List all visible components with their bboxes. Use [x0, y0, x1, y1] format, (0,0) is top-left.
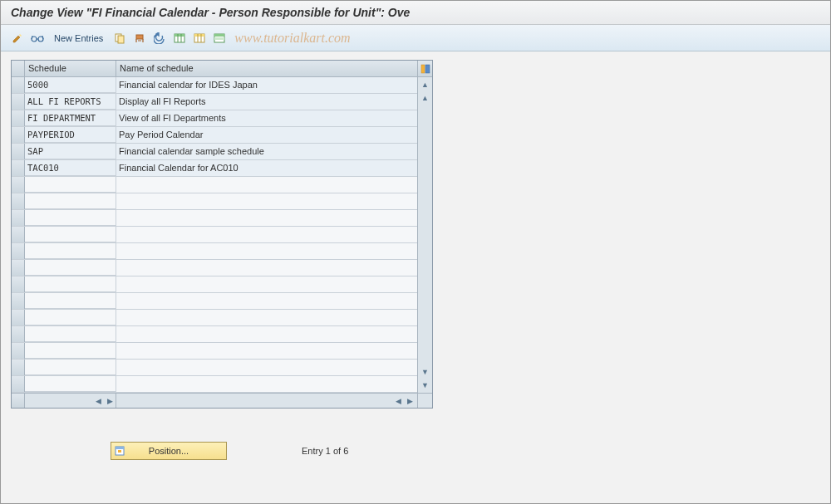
undo-icon[interactable] [151, 30, 168, 46]
table-row[interactable]: SAPFinancial calendar sample schedule [12, 144, 417, 160]
vertical-scrollbar[interactable]: ▲ ▲ ▼ ▼ [417, 77, 432, 393]
cell-name[interactable] [116, 210, 417, 226]
column-header-schedule[interactable]: Schedule [25, 61, 116, 76]
cell-name[interactable] [116, 193, 417, 209]
scroll-left2-icon[interactable]: ▶ [104, 395, 116, 407]
table-row[interactable]: 5000Financial calendar for IDES Japan [12, 77, 417, 94]
table-row[interactable] [12, 310, 417, 326]
scroll-left-icon[interactable]: ◀ [92, 395, 104, 407]
cell-name[interactable]: Financial calendar sample schedule [116, 144, 417, 159]
column-header-name[interactable]: Name of schedule [116, 61, 417, 76]
table-row[interactable] [12, 177, 417, 193]
row-selector[interactable] [12, 227, 25, 242]
cell-name[interactable] [116, 177, 417, 193]
scroll-up2-icon[interactable]: ▲ [420, 92, 431, 104]
cell-schedule[interactable] [25, 260, 116, 276]
table-green-icon[interactable] [171, 30, 188, 46]
cell-schedule[interactable]: SAP [25, 144, 116, 159]
cell-schedule[interactable] [25, 293, 116, 309]
table-row[interactable]: PAYPERIODPay Period Calendar [12, 127, 417, 144]
row-selector[interactable] [12, 376, 25, 392]
row-selector[interactable] [12, 360, 25, 375]
table-row[interactable] [12, 376, 417, 393]
cell-schedule[interactable] [25, 177, 116, 193]
cell-schedule[interactable] [25, 276, 116, 292]
cell-schedule[interactable] [25, 310, 116, 325]
scroll-down2-icon[interactable]: ▼ [420, 379, 431, 391]
row-selector[interactable] [12, 110, 25, 126]
cell-schedule[interactable]: PAYPERIOD [25, 127, 116, 143]
cell-schedule[interactable]: TAC010 [25, 160, 116, 176]
row-selector[interactable] [12, 177, 25, 193]
row-header-corner[interactable] [12, 61, 25, 76]
cell-schedule[interactable] [25, 360, 116, 375]
table-row[interactable] [12, 210, 417, 227]
cell-name[interactable] [116, 343, 417, 359]
cell-name[interactable]: Financial calendar for IDES Japan [116, 77, 417, 93]
copy-icon[interactable] [111, 30, 128, 46]
cell-name[interactable]: Pay Period Calendar [116, 127, 417, 143]
row-selector[interactable] [12, 193, 25, 209]
cell-name[interactable] [116, 243, 417, 259]
horizontal-scrollbar[interactable]: ◀ ▶ ◀ ▶ [12, 393, 432, 408]
row-selector[interactable] [12, 127, 25, 143]
table-row[interactable]: FI DEPARTMENTView of all FI Departments [12, 110, 417, 127]
cell-schedule[interactable] [25, 326, 116, 342]
table-row[interactable] [12, 360, 417, 376]
table-row[interactable] [12, 193, 417, 210]
table-settings-icon[interactable] [417, 61, 432, 76]
row-selector[interactable] [12, 310, 25, 325]
cell-name[interactable] [116, 310, 417, 325]
table-row[interactable] [12, 326, 417, 343]
cell-schedule[interactable] [25, 193, 116, 209]
row-selector[interactable] [12, 160, 25, 176]
table-yellow-icon[interactable] [191, 30, 208, 46]
row-selector[interactable] [12, 94, 25, 110]
table-select-icon[interactable] [211, 30, 228, 46]
cell-schedule[interactable] [25, 210, 116, 226]
glasses-icon[interactable] [29, 30, 46, 46]
scroll-right-icon[interactable]: ◀ [392, 395, 404, 407]
row-selector[interactable] [12, 293, 25, 309]
position-button[interactable]: Position... [111, 442, 227, 460]
row-selector[interactable] [12, 243, 25, 259]
cell-name[interactable] [116, 293, 417, 309]
table-row[interactable] [12, 243, 417, 260]
cell-name[interactable] [116, 260, 417, 276]
cell-schedule[interactable] [25, 376, 116, 392]
table-row[interactable] [12, 293, 417, 310]
table-row[interactable]: ALL FI REPORTSDisplay all FI Reports [12, 94, 417, 110]
table-row[interactable]: TAC010Financial Calendar for AC010 [12, 160, 417, 177]
cell-name[interactable]: View of all FI Departments [116, 110, 417, 126]
table-row[interactable] [12, 276, 417, 293]
scroll-down-icon[interactable]: ▼ [420, 366, 431, 378]
cell-name[interactable] [116, 360, 417, 375]
cell-schedule[interactable]: 5000 [25, 77, 116, 93]
row-selector[interactable] [12, 326, 25, 342]
row-selector[interactable] [12, 77, 25, 93]
chair-icon[interactable] [131, 30, 148, 46]
table-row[interactable] [12, 227, 417, 243]
cell-schedule[interactable] [25, 243, 116, 259]
row-selector[interactable] [12, 343, 25, 359]
cell-name[interactable] [116, 326, 417, 342]
scroll-up-icon[interactable]: ▲ [420, 79, 431, 91]
table-row[interactable] [12, 260, 417, 276]
cell-schedule[interactable]: FI DEPARTMENT [25, 110, 116, 126]
new-entries-button[interactable]: New Entries [49, 33, 108, 43]
scroll-right2-icon[interactable]: ▶ [404, 395, 416, 407]
row-selector[interactable] [12, 260, 25, 276]
row-selector[interactable] [12, 210, 25, 226]
cell-schedule[interactable]: ALL FI REPORTS [25, 94, 116, 110]
table-row[interactable] [12, 343, 417, 360]
cell-name[interactable]: Display all FI Reports [116, 94, 417, 110]
cell-name[interactable] [116, 376, 417, 392]
cell-name[interactable] [116, 276, 417, 292]
row-selector[interactable] [12, 276, 25, 292]
cell-schedule[interactable] [25, 343, 116, 359]
cell-schedule[interactable] [25, 227, 116, 242]
row-selector[interactable] [12, 144, 25, 159]
cell-name[interactable]: Financial Calendar for AC010 [116, 160, 417, 176]
pencil-icon[interactable] [9, 30, 26, 46]
cell-name[interactable] [116, 227, 417, 242]
